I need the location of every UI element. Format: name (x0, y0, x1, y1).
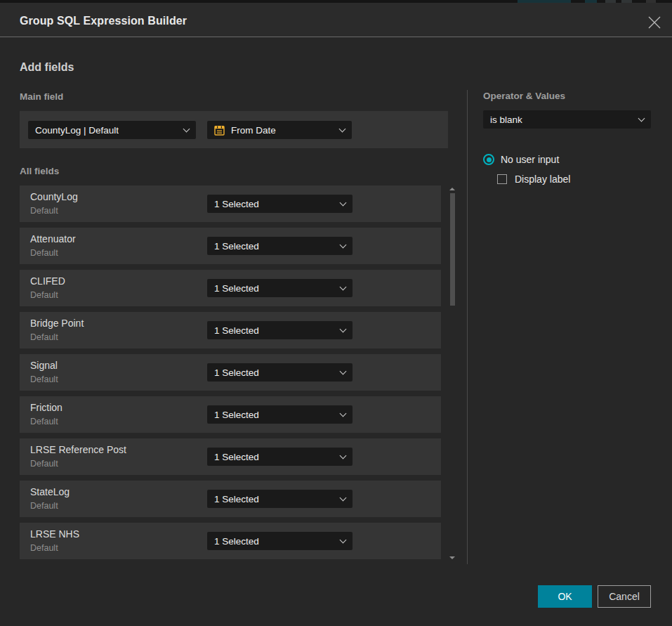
field-name: CLIFED (30, 275, 65, 287)
chevron-down-icon (340, 494, 347, 501)
calendar-icon (214, 125, 225, 136)
selected-count-label: 1 Selected (214, 325, 259, 336)
field-row: CountyLogDefault1 Selected (20, 185, 441, 222)
selected-count-label: 1 Selected (214, 283, 259, 294)
all-fields-list: CountyLogDefault1 SelectedAttenuatorDefa… (20, 185, 441, 565)
chevron-down-icon (340, 283, 347, 290)
dialog-title: Group SQL Expression Builder (20, 15, 187, 27)
chevron-down-icon (339, 125, 346, 132)
display-label-option[interactable]: Display label (497, 174, 570, 185)
no-user-input-option[interactable]: No user input (483, 154, 559, 165)
selected-count-label: 1 Selected (214, 367, 259, 378)
selected-count-label: 1 Selected (214, 410, 259, 420)
field-name: Bridge Point (30, 318, 84, 329)
field-sublabel: Default (30, 374, 58, 384)
field-name: Friction (30, 402, 62, 413)
main-field-dropdown[interactable]: CountyLog | Default (28, 121, 196, 139)
field-row: FrictionDefault1 Selected (20, 396, 441, 433)
dialog-header: Group SQL Expression Builder (0, 3, 672, 37)
field-selected-dropdown[interactable]: 1 Selected (207, 405, 353, 424)
field-selected-dropdown[interactable]: 1 Selected (207, 321, 353, 339)
selected-count-label: 1 Selected (214, 452, 259, 462)
scrollbar-thumb[interactable] (450, 193, 455, 306)
field-selected-dropdown[interactable]: 1 Selected (207, 195, 353, 213)
field-sublabel: Default (30, 543, 58, 553)
operator-values-label: Operator & Values (483, 91, 565, 101)
field-name: StateLog (30, 486, 70, 497)
field-sublabel: Default (30, 332, 58, 342)
chevron-down-icon (638, 115, 645, 122)
chevron-down-icon (340, 536, 347, 543)
chevron-down-icon (183, 125, 190, 132)
main-field-value-dropdown[interactable]: From Date (207, 121, 352, 139)
field-selected-dropdown[interactable]: 1 Selected (207, 237, 353, 255)
field-name: CountyLog (30, 191, 78, 202)
close-icon[interactable] (645, 13, 664, 32)
vertical-divider (467, 90, 468, 564)
field-name: LRSE NHS (30, 528, 79, 540)
field-row: CLIFEDDefault1 Selected (20, 270, 441, 306)
field-row: AttenuatorDefault1 Selected (20, 228, 441, 264)
field-sublabel: Default (30, 248, 58, 258)
chevron-down-icon (340, 410, 347, 417)
field-sublabel: Default (30, 501, 58, 511)
chevron-down-icon (340, 199, 347, 206)
field-selected-dropdown[interactable]: 1 Selected (207, 532, 353, 550)
field-sublabel: Default (30, 290, 58, 300)
scrollbar-down-arrow[interactable] (449, 556, 455, 559)
chevron-down-icon (340, 367, 347, 374)
field-selected-dropdown[interactable]: 1 Selected (207, 490, 353, 508)
chevron-down-icon (340, 241, 347, 248)
checkbox-unchecked-icon[interactable] (497, 174, 507, 184)
ok-button[interactable]: OK (538, 585, 592, 608)
field-row: Bridge PointDefault1 Selected (20, 312, 441, 348)
all-fields-label: All fields (20, 166, 59, 176)
field-row: LRSE Reference PostDefault1 Selected (20, 438, 441, 475)
selected-count-label: 1 Selected (214, 494, 259, 504)
operator-dropdown[interactable]: is blank (483, 110, 651, 129)
selected-count-label: 1 Selected (214, 241, 259, 252)
field-sublabel: Default (30, 417, 58, 426)
field-selected-dropdown[interactable]: 1 Selected (207, 363, 353, 382)
field-selected-dropdown[interactable]: 1 Selected (207, 279, 353, 297)
field-name: LRSE Reference Post (30, 444, 126, 455)
field-row: SignalDefault1 Selected (20, 354, 441, 391)
field-row: StateLogDefault1 Selected (20, 481, 441, 517)
selected-count-label: 1 Selected (214, 199, 259, 209)
field-selected-dropdown[interactable]: 1 Selected (207, 448, 353, 466)
selected-count-label: 1 Selected (214, 536, 259, 547)
main-field-panel: CountyLog | Default From Date (20, 111, 448, 148)
radio-selected-icon[interactable] (483, 154, 494, 165)
main-field-label: Main field (20, 91, 63, 102)
field-sublabel: Default (30, 459, 58, 469)
field-row: LRSE NHSDefault1 Selected (20, 523, 441, 559)
field-sublabel: Default (30, 206, 58, 216)
scrollbar-up-arrow[interactable] (449, 188, 455, 190)
field-name: Attenuator (30, 233, 76, 244)
cancel-button[interactable]: Cancel (598, 585, 651, 608)
chevron-down-icon (340, 325, 347, 332)
section-title-add-fields: Add fields (20, 61, 74, 74)
chevron-down-icon (340, 452, 347, 459)
field-name: Signal (30, 360, 58, 371)
